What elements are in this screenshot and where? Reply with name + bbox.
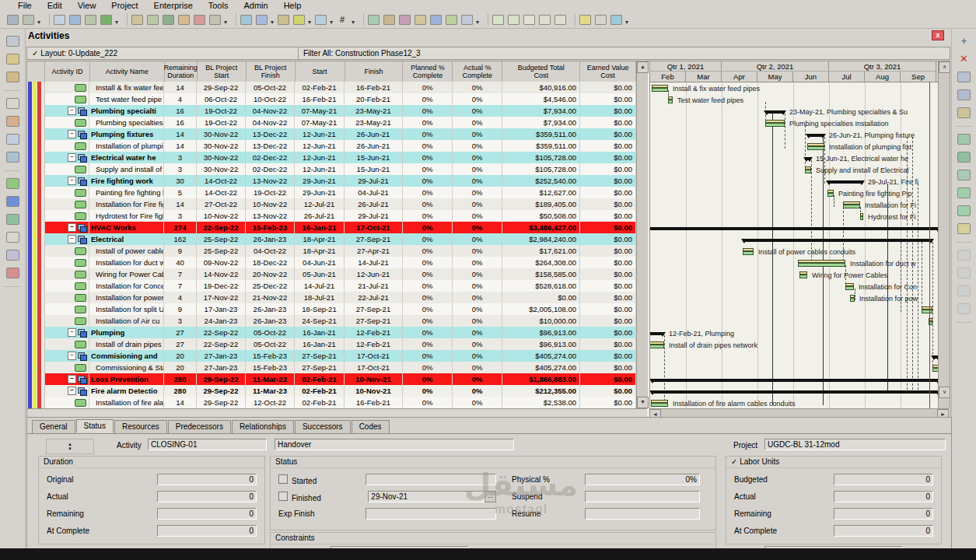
assign-step-icon[interactable] <box>957 221 972 236</box>
table-vertical-scrollbar[interactable]: ▲ ▼ <box>636 61 648 408</box>
delete-icon[interactable]: ✕ <box>957 51 972 66</box>
comment-icon[interactable] <box>578 13 592 26</box>
expenses-icon[interactable] <box>5 247 20 262</box>
table-view-icon[interactable] <box>52 13 66 26</box>
menu-view[interactable]: View <box>71 1 103 10</box>
duration-field[interactable]: 0 <box>157 525 257 537</box>
duration-field[interactable]: 0 <box>157 491 257 502</box>
caret-down-icon[interactable]: ▾ <box>624 13 630 26</box>
task-bar[interactable] <box>799 271 807 278</box>
labor-field[interactable]: 0 <box>834 491 933 502</box>
task-bar[interactable] <box>651 400 668 407</box>
table-row[interactable]: −Plumping2722-Sep-2205-Oct-2216-Jan-2112… <box>44 327 636 338</box>
link-icon[interactable] <box>553 13 567 26</box>
tab-status[interactable]: Status <box>76 419 114 432</box>
import-icon[interactable] <box>5 69 20 84</box>
recalc-icon[interactable] <box>444 13 458 26</box>
table-row[interactable]: Install of power cable925-Sep-2204-Oct-2… <box>44 245 636 257</box>
menu-help[interactable]: Help <box>277 1 309 10</box>
assign-resource-icon[interactable] <box>957 131 972 146</box>
timescale-month[interactable]: Sep <box>901 72 936 82</box>
zoom-fit-icon[interactable] <box>522 13 536 26</box>
assign-predecessor-icon[interactable] <box>957 185 972 200</box>
caret-down-icon[interactable]: ▾ <box>328 13 334 26</box>
summary-bar[interactable] <box>649 332 664 335</box>
scroll-down-icon[interactable]: ▼ <box>637 397 649 408</box>
wbs-icon[interactable] <box>5 194 20 208</box>
summary-bar[interactable] <box>651 390 939 394</box>
physical-field[interactable]: 0% <box>585 474 700 485</box>
menu-tools[interactable]: Tools <box>201 1 236 10</box>
task-bar[interactable] <box>860 213 863 220</box>
caret-down-icon[interactable]: ▾ <box>269 13 275 26</box>
column-header-1[interactable]: Activity Name <box>90 61 165 82</box>
labor-field[interactable]: 0 <box>834 474 933 485</box>
summary-bar[interactable] <box>765 110 785 114</box>
activity-id-field[interactable]: CLOSING-01 <box>148 439 267 450</box>
assign-code-icon[interactable] <box>957 167 972 182</box>
group-sort-icon[interactable] <box>313 13 327 26</box>
table-row[interactable]: Install & fix water fee1429-Sep-2205-Oct… <box>44 82 636 93</box>
attach-icon[interactable] <box>537 13 551 26</box>
tab-successors[interactable]: Successors <box>295 420 351 433</box>
collapse-icon[interactable]: − <box>68 328 76 337</box>
column-header-10[interactable]: Earned Value Cost <box>580 61 636 82</box>
task-bar[interactable] <box>850 295 855 302</box>
timescale-quarter[interactable]: Qtr 3, 2021 <box>829 61 936 72</box>
add-icon[interactable]: + <box>957 33 972 48</box>
filter-selector[interactable]: Filter All: Construction Phase12_3 <box>299 49 950 58</box>
summary-bar[interactable] <box>743 239 932 242</box>
print-icon[interactable] <box>5 13 19 26</box>
filter-icon[interactable] <box>292 13 306 26</box>
column-header-7[interactable]: Planned % Complete <box>403 61 453 82</box>
open-project-icon[interactable] <box>5 51 20 66</box>
open-layout-icon[interactable] <box>130 13 144 26</box>
caret-down-icon[interactable]: ▾ <box>36 13 42 26</box>
gantt-timescale[interactable]: Qtr 1, 2021Qtr 2, 2021Qtr 3, 2021 FebMar… <box>650 61 939 82</box>
activity-name-field[interactable]: Handover <box>275 439 514 450</box>
columns-icon[interactable] <box>254 13 268 26</box>
timescale-month[interactable]: Jun <box>793 72 829 82</box>
table-row[interactable]: Installation for Conce719-Dec-2225-Dec-2… <box>44 280 636 292</box>
tab-predecessors[interactable]: Predecessors <box>168 420 231 433</box>
timescale-month[interactable]: Mar <box>686 72 722 82</box>
timescale-month[interactable]: Jul <box>829 72 865 82</box>
activities-icon[interactable] <box>5 176 20 191</box>
task-bar[interactable] <box>843 201 860 208</box>
duration-field[interactable]: 0 <box>157 474 257 485</box>
table-row[interactable]: Install of drain pipes2722-Sep-2205-Oct-… <box>44 338 636 350</box>
global-change-icon[interactable] <box>413 13 427 26</box>
clear-icon[interactable] <box>208 13 222 26</box>
table-row[interactable]: −Electrical water he330-Nov-2202-Dec-221… <box>44 152 636 163</box>
task-bar[interactable] <box>765 120 785 127</box>
projects-icon[interactable] <box>5 96 20 110</box>
started-field[interactable] <box>366 474 496 485</box>
paste-icon[interactable] <box>957 105 972 120</box>
table-row[interactable]: Installation of fire ala1429-Sep-2212-Oc… <box>44 397 636 408</box>
started-checkbox[interactable] <box>278 474 288 484</box>
add-project-icon[interactable] <box>5 33 20 48</box>
summary-bar[interactable] <box>649 227 939 230</box>
table-row[interactable]: Test water feed pipe406-Oct-2210-Oct-221… <box>44 93 636 105</box>
shift-left-icon[interactable] <box>957 283 972 298</box>
task-bar[interactable] <box>652 85 668 92</box>
bars-icon[interactable] <box>276 13 290 26</box>
print-preview-icon[interactable] <box>21 13 35 26</box>
timescale-month[interactable]: Feb <box>650 72 686 82</box>
table-row[interactable]: −HVAC Works27422-Sep-2215-Feb-2316-Jan-2… <box>44 222 636 233</box>
project-field[interactable]: UGDC-BL 31-12mod <box>764 439 946 450</box>
summary-bar[interactable] <box>651 379 939 382</box>
update-progress-icon[interactable] <box>192 13 206 26</box>
select-tool-icon[interactable] <box>99 13 113 26</box>
task-bar[interactable] <box>798 260 845 267</box>
table-row[interactable]: −Fire fighting work3014-Oct-2213-Nov-222… <box>44 175 636 187</box>
network-view-icon[interactable] <box>83 13 97 26</box>
caret-down-icon[interactable]: ▾ <box>306 13 313 26</box>
task-bar[interactable] <box>827 190 834 197</box>
level-icon[interactable] <box>382 13 396 26</box>
task-bar[interactable] <box>807 143 824 150</box>
table-row[interactable]: Installation of plumpi1430-Nov-2213-Dec-… <box>44 140 636 152</box>
timescale-month[interactable]: May <box>757 72 793 82</box>
zoom-out-icon[interactable] <box>506 13 520 26</box>
shift-right-icon[interactable] <box>957 301 972 316</box>
